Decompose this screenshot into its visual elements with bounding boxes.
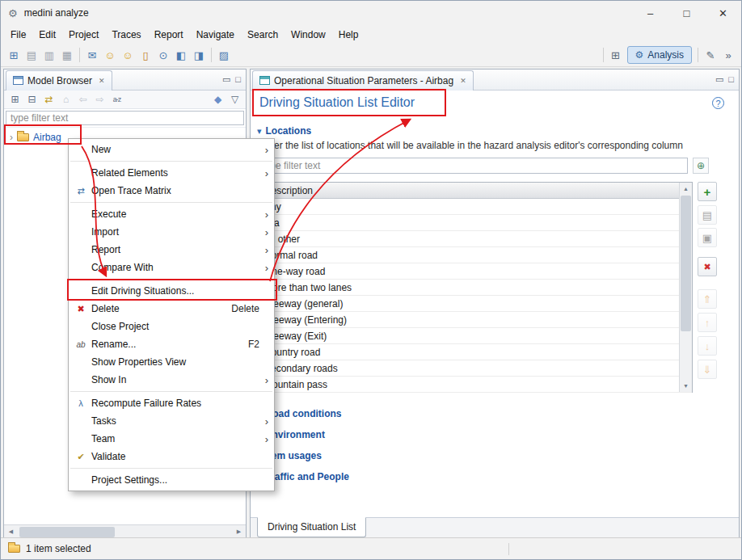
menu-edit[interactable]: Edit <box>32 27 62 43</box>
menu-item-execute[interactable]: Execute › <box>69 205 274 223</box>
locations-filter-input[interactable] <box>258 158 688 174</box>
remove-location-button[interactable]: ✖ <box>698 257 717 276</box>
table-row[interactable]: One-way road <box>259 263 692 280</box>
help-icon[interactable]: ? <box>712 97 724 109</box>
locations-table: Description Any N/a All other Normal roa… <box>258 182 693 393</box>
menu-item-edit-driving-situations[interactable]: Edit Driving Situations... <box>69 282 274 300</box>
menu-item-project-settings[interactable]: Project Settings... <box>69 471 274 489</box>
menu-project[interactable]: Project <box>62 27 105 43</box>
menu-report[interactable]: Report <box>148 27 190 43</box>
wand-icon[interactable]: ✎ <box>702 46 719 64</box>
expander-icon[interactable]: › <box>10 132 13 143</box>
home-icon[interactable]: ⌂ <box>58 92 74 107</box>
save-all-icon[interactable]: ▥ <box>40 46 58 64</box>
vertical-scrollbar[interactable]: ▲ ▼ <box>679 183 692 392</box>
table-row[interactable]: N/a <box>259 215 692 231</box>
menu-item-show-properties-view[interactable]: Show Properties View <box>69 353 274 371</box>
menu-item-import[interactable]: Import › <box>69 223 274 241</box>
maximize-view-icon[interactable]: □ <box>235 74 241 85</box>
menu-item-open-trace-matrix[interactable]: ⇄ Open Trace Matrix <box>69 182 274 200</box>
horizontal-scrollbar[interactable]: ◀ ▶ <box>4 524 246 538</box>
menu-item-rename[interactable]: ab Rename... F2 <box>69 335 274 353</box>
scroll-up-icon[interactable]: ▲ <box>680 183 692 195</box>
document-icon[interactable]: ◧ <box>172 46 190 64</box>
tab-operational-situation-parameters[interactable]: Operational Situation Parameters - Airba… <box>252 70 474 91</box>
table-row[interactable]: Country road <box>259 344 692 360</box>
copy-location-button[interactable]: ▣ <box>698 228 717 247</box>
tab-driving-situation-list[interactable]: Driving Situation List <box>257 517 366 537</box>
scroll-left-icon[interactable]: ◀ <box>4 525 18 538</box>
add-location-button[interactable]: + <box>698 182 717 201</box>
scrollbar-thumb[interactable] <box>681 196 691 331</box>
close-icon[interactable]: ✕ <box>460 77 466 85</box>
report-table-icon[interactable]: ▨ <box>215 46 233 64</box>
menu-item-report[interactable]: Report › <box>69 241 274 259</box>
toolbar-overflow-icon[interactable]: » <box>719 46 737 64</box>
edit-location-button[interactable]: ▤ <box>698 205 717 225</box>
menu-item-validate[interactable]: ✔ Validate <box>69 448 274 465</box>
minimize-view-icon[interactable]: ▭ <box>222 74 230 85</box>
analysis-perspective-button[interactable]: ⚙ Analysis <box>627 46 692 64</box>
table-row[interactable]: More than two lanes <box>259 280 692 296</box>
menu-item-compare-with[interactable]: Compare With › <box>69 259 274 276</box>
close-button[interactable]: ✕ <box>705 1 741 25</box>
link-with-editor-icon[interactable]: ⇄ <box>41 92 57 107</box>
customize-view-icon[interactable]: ◆ <box>210 92 226 107</box>
menu-navigate[interactable]: Navigate <box>190 27 241 43</box>
menu-item-close-project[interactable]: Close Project <box>69 318 274 335</box>
move-up-button[interactable]: ↑ <box>698 313 717 332</box>
table-row[interactable]: Freeway (general) <box>259 296 692 312</box>
menu-item-recompute-failure-rates[interactable]: λ Recompute Failure Rates <box>69 394 274 412</box>
table-row[interactable]: Any <box>259 199 692 215</box>
table-row[interactable]: All other <box>259 231 692 247</box>
move-down-button[interactable]: ↓ <box>698 336 717 356</box>
menu-traces[interactable]: Traces <box>105 27 147 43</box>
scrollbar-thumb[interactable] <box>19 527 115 537</box>
menu-item-tasks[interactable]: Tasks › <box>69 412 274 430</box>
model-browser-filter-input[interactable] <box>6 111 244 125</box>
inspect-icon[interactable]: ⊙ <box>154 46 172 64</box>
section-locations[interactable]: ▾ Locations <box>257 123 311 139</box>
move-top-button[interactable]: ⇑ <box>698 289 717 309</box>
review-icon[interactable]: ☺ <box>101 46 119 64</box>
notes-icon[interactable]: ▯ <box>137 46 154 64</box>
open-perspective-icon[interactable]: ⊞ <box>607 46 625 64</box>
scroll-right-icon[interactable]: ▶ <box>232 525 246 538</box>
table-row[interactable]: Normal road <box>259 247 692 263</box>
menu-item-delete[interactable]: ✖ Delete Delete <box>69 300 274 318</box>
maximize-button[interactable]: □ <box>668 1 705 25</box>
scroll-down-icon[interactable]: ▼ <box>680 380 692 392</box>
review-icon-2[interactable]: ☺ <box>119 46 137 64</box>
menu-item-show-in[interactable]: Show In › <box>69 371 274 389</box>
tab-model-browser[interactable]: Model Browser ✕ <box>6 70 112 91</box>
table-row[interactable]: Freeway (Entering) <box>259 312 692 328</box>
menu-search[interactable]: Search <box>241 27 285 43</box>
forward-icon[interactable]: ⇨ <box>92 92 108 107</box>
move-bottom-button[interactable]: ⇓ <box>698 360 717 379</box>
menu-item-new[interactable]: New › <box>69 141 274 158</box>
document-icon-2[interactable]: ◨ <box>190 46 208 64</box>
menu-item-related-elements[interactable]: Related Elements › <box>69 164 274 182</box>
filter-menu-icon[interactable]: ⊕ <box>693 158 709 174</box>
sort-az-icon[interactable]: a-z <box>109 92 124 107</box>
close-icon[interactable]: ✕ <box>99 77 105 85</box>
column-header-description[interactable]: Description <box>259 183 692 199</box>
collapse-all-icon[interactable]: ⊟ <box>24 92 40 107</box>
comment-icon[interactable]: ✉ <box>83 46 101 64</box>
table-row[interactable]: Secondary roads <box>259 360 692 377</box>
menu-help[interactable]: Help <box>332 27 365 43</box>
menu-item-team[interactable]: Team › <box>69 430 274 448</box>
minimize-button[interactable]: – <box>632 1 668 25</box>
expand-all-icon[interactable]: ⊞ <box>7 92 23 107</box>
maximize-view-icon[interactable]: □ <box>728 74 734 85</box>
table-row[interactable]: Freeway (Exit) <box>259 328 692 344</box>
minimize-view-icon[interactable]: ▭ <box>715 74 723 85</box>
menu-window[interactable]: Window <box>285 27 332 43</box>
new-wizard-icon[interactable]: ⊞ <box>5 46 23 64</box>
table-row[interactable]: Mountain pass <box>259 377 692 393</box>
save-icon[interactable]: ▤ <box>23 46 40 64</box>
view-menu-icon[interactable]: ▽ <box>227 92 242 107</box>
menu-file[interactable]: File <box>4 27 32 43</box>
print-icon[interactable]: ▦ <box>58 46 76 64</box>
back-icon[interactable]: ⇦ <box>75 92 91 107</box>
